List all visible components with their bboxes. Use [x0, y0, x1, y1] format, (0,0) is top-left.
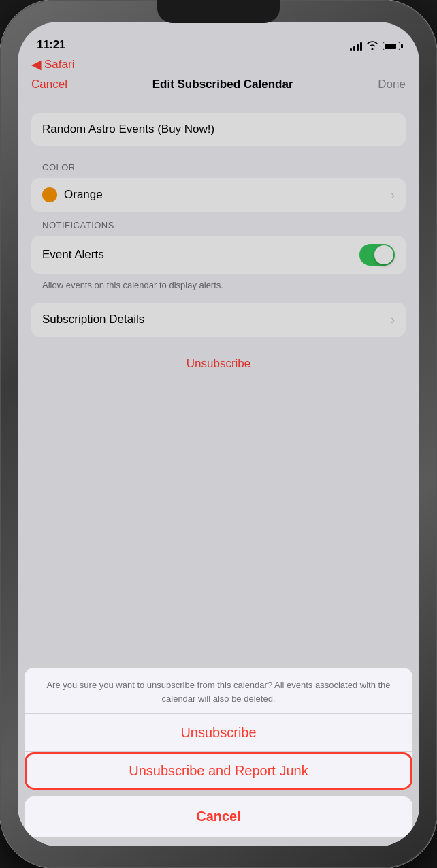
action-cancel-label: Cancel [196, 809, 241, 824]
action-sheet-message: Are you sure you want to unsubscribe fro… [25, 668, 412, 714]
phone-screen: 11:21 [18, 22, 419, 846]
action-sheet: Are you sure you want to unsubscribe fro… [18, 668, 419, 846]
unsubscribe-action-label: Unsubscribe [180, 725, 256, 740]
unsubscribe-report-label: Unsubscribe and Report Junk [129, 763, 308, 778]
notch [157, 0, 280, 23]
action-cancel-button[interactable]: Cancel [25, 796, 412, 837]
unsubscribe-action-button[interactable]: Unsubscribe [25, 714, 412, 752]
phone-frame: 11:21 [0, 0, 437, 868]
action-sheet-card: Are you sure you want to unsubscribe fro… [25, 668, 412, 790]
action-sheet-overlay: Are you sure you want to unsubscribe fro… [18, 22, 419, 846]
action-cancel-card: Cancel [25, 796, 412, 837]
unsubscribe-report-action-button[interactable]: Unsubscribe and Report Junk [25, 752, 412, 790]
